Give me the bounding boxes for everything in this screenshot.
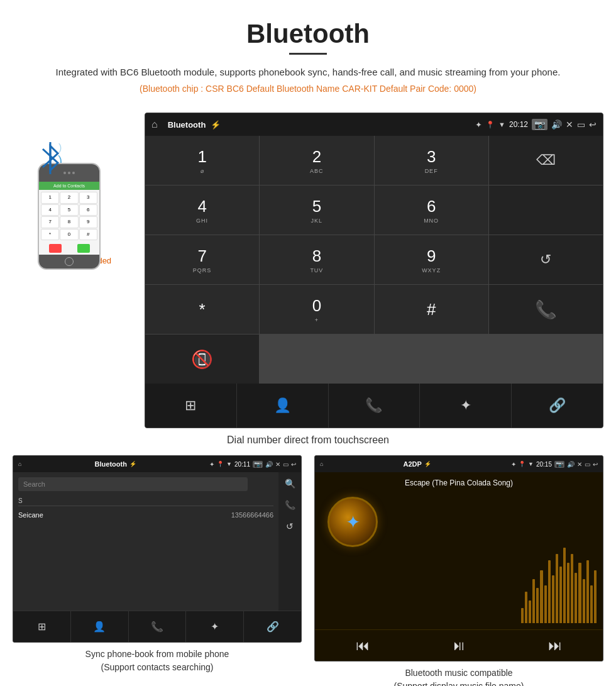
close-icon[interactable]: ✕	[566, 119, 573, 130]
phonebook-close-icon[interactable]: ✕	[275, 461, 280, 468]
page-header: Bluetooth Integrated with BC6 Bluetooth …	[0, 0, 616, 113]
music-vol-icon[interactable]: 🔊	[567, 461, 575, 468]
phone-key-8: 8	[60, 216, 78, 228]
bottom-nav-phone[interactable]: 📞	[329, 384, 421, 428]
dial-key-2[interactable]: 2ABC	[260, 136, 373, 185]
end-call-icon: 📵	[191, 349, 213, 370]
pb-nav-grid[interactable]: ⊞	[13, 611, 71, 642]
dial-key-star[interactable]: *	[145, 285, 259, 334]
phonebook-right-icons: 🔍 📞 ↺	[278, 472, 301, 611]
main-status-bar: ⌂ Bluetooth ⚡ ✦ 📍 ▼ 20:12 📷 🔊 ✕ ▭ ↩	[145, 113, 603, 136]
window-icon[interactable]: ▭	[577, 119, 585, 130]
dial-call-cell[interactable]: 📞	[489, 285, 603, 334]
home-icon[interactable]: ⌂	[151, 119, 158, 130]
viz-bar	[559, 567, 562, 623]
viz-bar	[567, 563, 569, 623]
call-icon: 📞	[535, 299, 557, 320]
viz-bar	[552, 575, 554, 623]
status-right: ✦ 📍 ▼ 20:12 📷 🔊 ✕ ▭ ↩	[475, 119, 597, 130]
phone-key-7: 7	[41, 216, 59, 228]
bluetooth-symbol-icon	[38, 141, 63, 175]
phonebook-back-icon[interactable]: ↩	[291, 461, 296, 468]
dial-backspace-cell[interactable]: ⌫	[489, 136, 603, 185]
phonebook-screenshot: ⌂ Bluetooth ⚡ ✦ 📍 ▼ 20:11 📷 🔊 ✕ ▭ ↩	[13, 455, 302, 686]
phone-key-3: 3	[79, 192, 97, 204]
dial-key-0[interactable]: 0+	[260, 285, 373, 334]
phone-key-6: 6	[79, 204, 97, 216]
music-back-icon[interactable]: ↩	[593, 461, 598, 468]
viz-bar	[540, 570, 542, 623]
phonebook-window-icon[interactable]: ▭	[283, 461, 289, 468]
phone-bottom-bar	[39, 255, 99, 268]
status-time: 20:12	[509, 120, 528, 129]
pb-nav-phone[interactable]: 📞	[129, 611, 187, 642]
dial-key-4[interactable]: 4GHI	[145, 185, 259, 235]
song-title: Escape (The Pina Colada Song)	[405, 479, 513, 487]
viz-bar	[590, 585, 593, 623]
dial-key-5[interactable]: 5JKL	[260, 185, 373, 235]
prev-button[interactable]: ⏮	[356, 638, 370, 654]
bottom-nav-person[interactable]: 👤	[237, 384, 329, 428]
page-title: Bluetooth	[13, 19, 603, 49]
album-art: ✦	[327, 497, 378, 547]
pb-nav-link[interactable]: 🔗	[244, 611, 301, 642]
phonebook-camera-icon[interactable]: 📷	[253, 461, 263, 468]
music-usb-icon: ⚡	[424, 461, 431, 467]
viz-bar	[521, 608, 524, 623]
phonebook-search-icon[interactable]: 🔍	[285, 479, 295, 489]
dial-key-8[interactable]: 8TUV	[260, 235, 373, 284]
refresh-icon: ↺	[540, 252, 551, 268]
phonebook-phone-icon[interactable]: 📞	[285, 500, 295, 510]
viz-bar	[548, 560, 551, 623]
phonebook-section-s: S	[18, 496, 273, 506]
dial-key-1[interactable]: 1⌀	[145, 136, 259, 185]
pb-nav-person[interactable]: 👤	[71, 611, 129, 642]
phone-area: ) ) ) Add to Contacts	[13, 113, 138, 265]
music-camera-icon[interactable]: 📷	[554, 461, 564, 468]
contact-number: 13566664466	[231, 511, 273, 519]
music-home-icon[interactable]: ⌂	[320, 461, 323, 467]
next-button[interactable]: ⏭	[548, 638, 562, 654]
phonebook-home-icon[interactable]: ⌂	[18, 461, 21, 467]
phonebook-bt-icon: ✦	[209, 461, 214, 468]
phone-illustration: ) ) ) Add to Contacts	[25, 125, 126, 251]
play-pause-button[interactable]: ⏯	[452, 638, 466, 654]
phonebook-vol-icon[interactable]: 🔊	[265, 461, 273, 468]
viz-bar	[575, 573, 577, 623]
viz-bar	[586, 560, 589, 623]
search-placeholder-text: Search	[23, 480, 45, 488]
viz-bar	[536, 588, 539, 623]
phonebook-caption-line2: (Support contacts searching)	[85, 661, 229, 674]
viz-bar	[583, 579, 585, 623]
dial-refresh-cell[interactable]: ↺	[489, 235, 603, 284]
music-screenshot: ⌂ A2DP ⚡ ✦ 📍 ▼ 20:15 📷 🔊 ✕ ▭ ↩	[314, 455, 603, 686]
phonebook-search-box[interactable]: Search	[18, 477, 248, 491]
camera-icon[interactable]: 📷	[532, 119, 547, 130]
bottom-nav-link[interactable]: 🔗	[512, 384, 603, 428]
phone-dialpad: 1 2 3 4 5 6 7 8 9 * 0 #	[39, 190, 99, 242]
dial-key-7[interactable]: 7PQRS	[145, 235, 259, 284]
contact-name: Seicane	[18, 511, 43, 519]
music-close-icon[interactable]: ✕	[577, 461, 582, 468]
phonebook-time: 20:11	[234, 461, 250, 468]
bottom-nav-bluetooth[interactable]: ✦	[420, 384, 512, 428]
dial-key-hash[interactable]: #	[375, 285, 488, 334]
viz-bar	[594, 570, 597, 623]
status-left: ⌂ Bluetooth ⚡	[151, 119, 221, 130]
dial-key-6[interactable]: 6MNO	[375, 185, 488, 235]
dial-end-cell[interactable]: 📵	[145, 335, 259, 384]
viz-bar	[571, 554, 573, 623]
back-icon[interactable]: ↩	[589, 119, 597, 130]
phonebook-caption-line1: Sync phone-book from mobile phone	[85, 648, 229, 661]
music-window-icon[interactable]: ▭	[585, 461, 590, 468]
viz-bar	[544, 585, 547, 623]
phonebook-contact-row[interactable]: Seicane 13566664466	[18, 509, 273, 521]
pb-nav-bluetooth[interactable]: ✦	[186, 611, 244, 642]
phone-key-1: 1	[41, 192, 59, 204]
volume-icon[interactable]: 🔊	[551, 119, 562, 130]
dial-key-3[interactable]: 3DEF	[375, 136, 488, 185]
dial-key-9[interactable]: 9WXYZ	[375, 235, 488, 284]
phonebook-refresh-icon[interactable]: ↺	[286, 521, 294, 531]
main-content: ) ) ) Add to Contacts	[0, 113, 616, 428]
bottom-nav-grid[interactable]: ⊞	[145, 384, 237, 428]
